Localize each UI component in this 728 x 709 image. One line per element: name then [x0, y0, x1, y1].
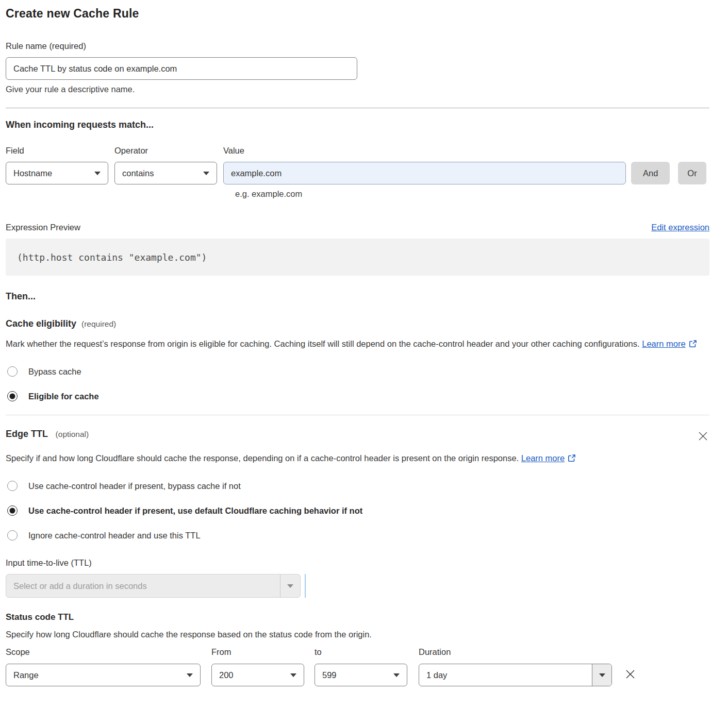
scope-label: Scope — [6, 647, 201, 657]
ttl-duration-placeholder: Select or add a duration in seconds — [6, 575, 280, 597]
to-select[interactable]: 599 — [315, 664, 407, 686]
status-code-ttl-title: Status code TTL — [6, 612, 709, 622]
radio-use-header-default[interactable]: Use cache-control header if present, use… — [6, 505, 709, 516]
radio-circle-icon[interactable] — [7, 530, 18, 541]
radio-ignore-header[interactable]: Ignore cache-control header and use this… — [6, 530, 709, 541]
chevron-down-icon[interactable] — [592, 664, 611, 686]
or-button[interactable]: Or — [678, 162, 706, 184]
optional-tag: (optional) — [56, 430, 89, 438]
chevron-down-icon[interactable] — [280, 575, 300, 597]
chevron-down-icon — [94, 172, 101, 175]
chevron-down-icon — [290, 673, 296, 677]
radio-circle-icon[interactable] — [7, 366, 18, 377]
cache-eligibility-title: Cache eligibility — [6, 318, 76, 329]
to-label: to — [315, 647, 407, 657]
expression-preview-label: Expression Preview — [6, 223, 80, 232]
edge-ttl-title: Edge TTL — [6, 429, 48, 439]
section-divider — [6, 415, 709, 415]
status-code-ttl-description: Specify how long Cloudflare should cache… — [6, 630, 709, 639]
rule-name-input[interactable] — [6, 57, 357, 80]
radio-circle-icon[interactable] — [7, 505, 18, 516]
ttl-input-label: Input time-to-live (TTL) — [6, 558, 709, 568]
radio-use-header-bypass[interactable]: Use cache-control header if present, byp… — [6, 481, 709, 491]
field-label: Field — [6, 146, 108, 156]
chevron-down-icon — [203, 172, 209, 175]
text-caret — [305, 574, 306, 598]
rule-name-help: Give your rule a descriptive name. — [6, 85, 709, 94]
radio-use-header-default-label: Use cache-control header if present, use… — [28, 506, 362, 516]
and-button[interactable]: And — [631, 162, 670, 184]
radio-bypass-cache-label: Bypass cache — [28, 367, 81, 377]
chevron-down-icon — [393, 673, 400, 677]
duration-select-value: 1 day — [419, 664, 592, 686]
page-title: Create new Cache Rule — [6, 7, 709, 21]
external-link-icon — [689, 337, 697, 352]
cache-eligibility-description: Mark whether the request’s response from… — [6, 336, 709, 352]
expression-code-block: (http.host contains "example.com") — [6, 239, 709, 276]
rule-name-label: Rule name (required) — [6, 41, 709, 51]
operator-label: Operator — [114, 146, 217, 156]
edge-ttl-description-text: Specify if and how long Cloudflare shoul… — [6, 453, 519, 463]
value-input[interactable] — [223, 162, 626, 184]
ttl-duration-select[interactable]: Select or add a duration in seconds — [6, 574, 301, 598]
radio-use-header-bypass-label: Use cache-control header if present, byp… — [28, 481, 241, 491]
then-heading: Then... — [6, 291, 709, 302]
radio-ignore-header-label: Ignore cache-control header and use this… — [28, 531, 201, 541]
edit-expression-link[interactable]: Edit expression — [651, 223, 709, 232]
cache-eligibility-header: Cache eligibility (required) — [6, 318, 709, 329]
from-label: From — [211, 647, 304, 657]
duration-select[interactable]: 1 day — [419, 664, 612, 686]
operator-select-value: contains — [122, 168, 154, 178]
create-cache-rule-form: Create new Cache Rule Rule name (require… — [0, 0, 728, 702]
learn-more-link[interactable]: Learn more — [642, 339, 685, 348]
scope-select-value: Range — [13, 670, 39, 680]
scope-select[interactable]: Range — [6, 664, 201, 686]
radio-bypass-cache[interactable]: Bypass cache — [6, 366, 709, 377]
edge-ttl-description: Specify if and how long Cloudflare shoul… — [6, 451, 577, 466]
radio-circle-icon[interactable] — [7, 391, 18, 401]
match-controls-row: Hostname contains And Or — [6, 162, 709, 184]
match-labels-row: Field Operator Value — [6, 146, 709, 156]
from-select-value: 200 — [219, 670, 234, 680]
close-icon[interactable] — [698, 431, 708, 444]
status-controls-row: Range 200 599 1 day — [6, 664, 709, 686]
operator-select[interactable]: contains — [114, 162, 217, 184]
ttl-select-row: Select or add a duration in seconds — [6, 574, 709, 598]
field-select[interactable]: Hostname — [6, 162, 108, 184]
required-tag: (required) — [81, 319, 116, 329]
match-section-heading: When incoming requests match... — [6, 120, 709, 130]
radio-eligible-for-cache[interactable]: Eligible for cache — [6, 391, 709, 401]
expression-code: (http.host contains "example.com") — [17, 252, 207, 263]
duration-label: Duration — [419, 647, 612, 657]
learn-more-link[interactable]: Learn more — [521, 453, 565, 463]
expression-header: Expression Preview Edit expression — [6, 223, 709, 232]
edge-ttl-header: Edge TTL (optional) — [6, 429, 709, 444]
status-labels-row: Scope From to Duration — [6, 647, 709, 657]
cache-eligibility-description-text: Mark whether the request’s response from… — [6, 339, 640, 348]
value-label: Value — [223, 146, 626, 156]
from-select[interactable]: 200 — [211, 664, 304, 686]
radio-eligible-for-cache-label: Eligible for cache — [28, 392, 99, 401]
section-divider — [6, 108, 709, 108]
to-select-value: 599 — [322, 670, 337, 680]
radio-circle-icon[interactable] — [7, 481, 18, 491]
field-select-value: Hostname — [13, 168, 52, 178]
chevron-down-icon — [187, 673, 193, 677]
external-link-icon — [568, 452, 576, 466]
value-hint: e.g. example.com — [235, 189, 709, 199]
remove-row-icon[interactable] — [624, 668, 636, 682]
